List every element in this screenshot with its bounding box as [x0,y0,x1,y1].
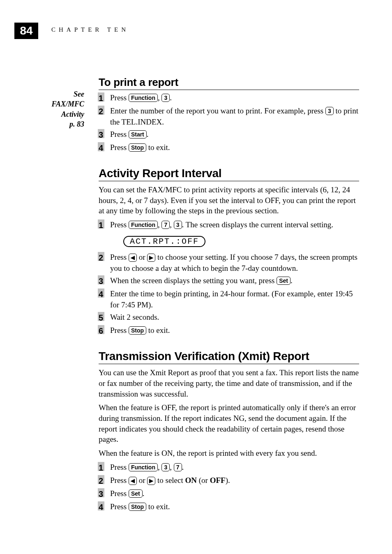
step-number: 6 [99,325,110,337]
paragraph: You can set the FAX/MFC to print activit… [99,185,359,216]
step-number: 3 [99,275,110,287]
sidebar-note: See FAX/MFC Activity p. 83 [35,89,84,129]
step-body: Press Stop to exit. [110,501,359,512]
step-text: Press [110,253,129,261]
digit-key: 7 [161,221,170,229]
step-text: Press [110,502,129,511]
page-number: 84 [20,24,32,37]
step: 1 Press Function, 3. [99,92,359,104]
step-text: , [170,220,174,229]
step-text: Press [110,130,129,138]
step-text: Press [110,143,129,152]
step-text: or [137,253,147,261]
right-arrow-key: ▶ [147,254,155,262]
stop-key: Stop [129,326,146,335]
step-text: , [158,93,162,102]
sidebar-line: p. 83 [69,120,84,128]
lcd-text: ACT.RPT.:OFF [123,236,205,247]
left-arrow-key: ◀ [129,477,137,485]
step-text: or [137,476,147,485]
step-text: . The screen displays the current interv… [182,220,333,229]
step-list: 1 Press Function, 3. 2 Enter the number … [99,92,359,154]
function-key: Function [129,94,158,102]
step: 6 Press Stop to exit. [99,325,359,337]
function-key: Function [129,463,158,471]
function-key: Function [129,221,158,229]
step-text: to select [155,476,185,485]
paragraph: When the feature is ON, the report is pr… [99,448,359,459]
digit-key: 3 [161,94,170,102]
step-text: . [291,276,293,285]
content-column: To print a report 1 Press Function, 3. 2… [99,76,359,513]
step: 1 Press Function, 7, 3. The screen displ… [99,219,359,231]
step-body: Press Function, 3. [110,92,359,104]
section-title: Transmission Verification (Xmit) Report [99,350,359,364]
step-body: Press ◀ or ▶ to choose your setting. If … [110,252,359,274]
sidebar-line: FAX/MFC [52,100,84,108]
step-body: Press ◀ or ▶ to select ON (or OFF). [110,475,359,486]
step-number: 3 [99,129,110,141]
paragraph: You can use the Xmit Report as proof tha… [99,367,359,399]
step-body: Press Function, 7, 3. The screen display… [110,219,359,231]
step-body: Enter the time to begin printing, in 24-… [110,289,359,310]
step-text: Enter the number of the report you want … [110,106,325,115]
start-key: Start [129,130,147,138]
step-text: . [143,489,145,498]
sidebar-line: Activity [61,110,84,118]
section-title: Activity Report Interval [99,167,359,181]
step-number: 1 [99,92,110,104]
step-body: When the screen displays the setting you… [110,275,359,286]
step-text: to exit. [146,502,170,511]
step-text: . [147,130,149,138]
step-number: 3 [99,488,110,500]
step-text: , [158,463,162,471]
step-number: 4 [99,501,110,513]
step: 3 When the screen displays the setting y… [99,275,359,287]
right-arrow-key: ▶ [147,477,155,485]
bold-text: OFF [210,476,226,485]
set-key: Set [129,489,143,498]
left-arrow-key: ◀ [129,254,137,262]
step-body: Press Start. [110,129,359,140]
step-text: to exit. [146,326,170,335]
step: 4 Press Stop to exit. [99,142,359,154]
chapter-heading: CHAPTER TEN [51,26,129,33]
step-text: Press [110,220,129,229]
digit-key: 3 [161,463,170,471]
step-number: 2 [99,106,110,117]
step-number: 1 [99,462,110,473]
step: 4 Enter the time to begin printing, in 2… [99,289,359,310]
step: 3 Press Set. [99,488,359,500]
step-number: 4 [99,289,110,300]
page-number-box: 84 [14,23,38,39]
step-text: Press [110,326,129,335]
step: 2 Press ◀ or ▶ to choose your setting. I… [99,252,359,274]
step-list: 1 Press Function, 3, 7. 2 Press ◀ or ▶ t… [99,462,359,513]
step-body: Wait 2 seconds. [110,312,359,323]
digit-key: 7 [174,463,182,471]
section-title: To print a report [99,76,359,90]
step-number: 2 [99,252,110,263]
step-text: ). [226,476,230,485]
set-key: Set [277,277,291,285]
step-list: 1 Press Function, 7, 3. The screen displ… [99,219,359,231]
step-text: When the screen displays the setting you… [110,276,277,285]
step-text: . [170,93,172,102]
step: 5 Wait 2 seconds. [99,312,359,323]
step-text: Press [110,463,129,471]
bold-text: ON [185,476,197,485]
step-text: (or [197,476,210,485]
sidebar-line: See [74,90,84,98]
step-text: Press [110,93,129,102]
digit-key: 3 [325,107,334,115]
step-text: to exit. [146,143,170,152]
lcd-display: ACT.RPT.:OFF [123,236,251,247]
digit-key: 3 [174,221,182,229]
step: 4 Press Stop to exit. [99,501,359,513]
step-text: , [170,463,174,471]
step: 1 Press Function, 3, 7. [99,462,359,473]
stop-key: Stop [129,503,146,511]
step-number: 4 [99,142,110,154]
step: 3 Press Start. [99,129,359,141]
step-text: . [182,463,184,471]
